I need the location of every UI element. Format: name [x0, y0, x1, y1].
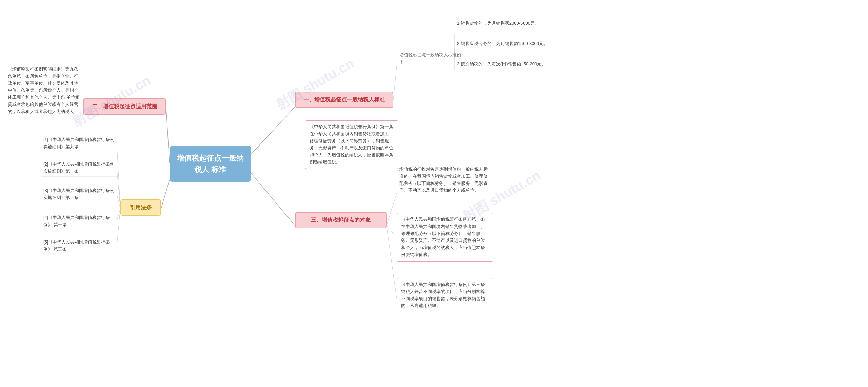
ref-item-4: [4]《中华人民共和国增值税暂行条例》 第一条	[41, 213, 118, 230]
scope-text: 《增值税暂行条例实施细则》第九条 条例第一条所称单位，是指企业、行政单位、军事单…	[5, 64, 85, 117]
ref-item-2: [2]《中华人民共和国增值税暂行条例实施细则》第一条	[41, 159, 118, 177]
svg-line-11	[387, 226, 397, 237]
ref-item-5: [5]《中华人民共和国增值税暂行条例》 第三条	[41, 237, 118, 254]
ref-branch: 引用法条	[120, 199, 161, 216]
svg-line-1	[251, 107, 295, 154]
standard-branch: 一、增值税起征点一般纳税人标准	[295, 92, 393, 108]
object-label: 三、增值税起征点的对象	[311, 217, 371, 223]
svg-line-0	[166, 109, 170, 163]
svg-line-3	[161, 180, 170, 209]
object-branch: 三、增值税起征点的对象	[295, 212, 387, 228]
svg-line-12	[387, 226, 397, 298]
standard-item-1: 1.销售货物的，为月销售额2000-5000元。	[454, 19, 549, 28]
ref-item-3: [3]《中华人民共和国增值税暂行条例实施细则》第十条	[41, 186, 118, 203]
object-text-1: 增值税的征收对象是达到增值税一般纳税人标准的、在我国境内销售货物或者加工、修理修…	[397, 165, 493, 195]
ref-label: 引用法条	[130, 205, 152, 210]
scope-label: 二、增值税起征点适用范围	[92, 103, 157, 109]
svg-line-5	[393, 66, 397, 100]
center-node: 增值税起征点一般纳税人 标准	[170, 146, 251, 182]
svg-line-10	[387, 193, 397, 226]
scope-content: 《增值税暂行条例实施细则》第九条 条例第一条所称单位，是指企业、行政单位、军事单…	[8, 66, 80, 114]
standard-label: 一、增值税起征点一般纳税人标准	[303, 97, 385, 102]
standard-item-3: 3.按次纳税的，为每次(日)销售额150-200元。	[454, 59, 554, 69]
object-law-1: 《中华人民共和国增值税暂行条例》第一条在中华人民共和国境内销售货物或者加工、修理…	[397, 213, 493, 262]
scope-branch: 二、增值税起征点适用范围	[83, 98, 166, 115]
standard-item-2: 2.销售应税劳务的，为月销售额1500-3000元。	[454, 39, 553, 49]
mind-map: 增值税起征点一般纳税人 标准 二、增值税起征点适用范围 《增值税暂行条例实施细则…	[0, 0, 868, 387]
object-law-2: 《中华人民共和国增值税暂行条例》第三条纳税人兼营不同税率的项目，应当分别核算不同…	[397, 278, 493, 312]
standard-law: 《中华人民共和国增值税暂行条例》第一条在中华人民共和国境内销售货物或者加工、修理…	[305, 120, 398, 169]
svg-line-2	[251, 173, 295, 226]
ref-item-1: [1]《中华人民共和国增值税暂行条例实施细则》第九条	[41, 135, 118, 152]
center-label: 增值税起征点一般纳税人 标准	[177, 154, 244, 174]
